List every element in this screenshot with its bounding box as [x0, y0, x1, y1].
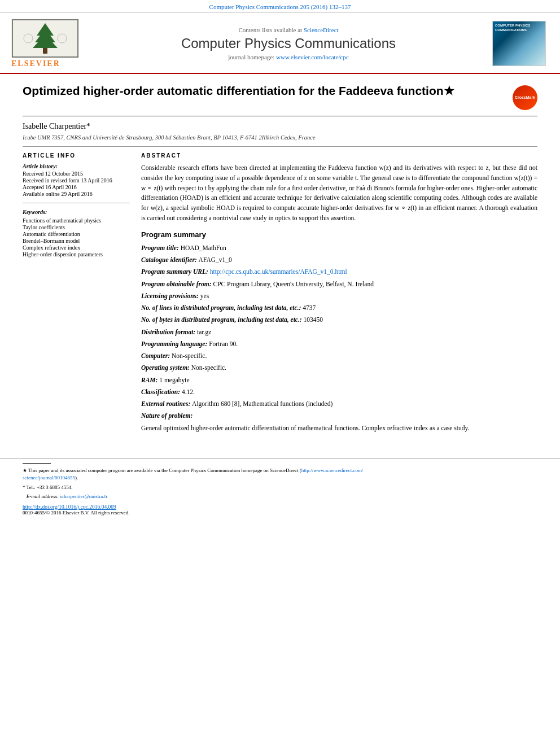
classification: Classification: 4.12. [141, 387, 537, 397]
num-bytes: No. of bytes in distributed program, inc… [141, 315, 537, 325]
operating-system-value: Non-specific. [191, 364, 226, 371]
program-url-label: Program summary URL: [141, 268, 210, 275]
programming-language: Programming language: Fortran 90. [141, 339, 537, 349]
elsevier-logo-area: ELSEVIER [11, 19, 85, 68]
catalogue-id-value: AFAG_v1_0 [199, 256, 232, 263]
journal-reference: Computer Physics Communications 205 (201… [209, 3, 351, 10]
page-wrapper: Computer Physics Communications 205 (201… [0, 0, 560, 747]
sciencedirect-footnote-link[interactable]: http://www.sciencedirect.com/science/jou… [23, 468, 364, 481]
program-title-label: Program title: [141, 244, 181, 251]
program-obtainable-value: CPC Program Library, Queen's University,… [213, 281, 374, 287]
list-item: Higher-order dispersion parameters [23, 251, 130, 257]
left-column: ARTICLE INFO Article history: Received 1… [23, 152, 130, 435]
operating-system-label: Operating system: [141, 364, 191, 371]
abstract-text: Considerable research efforts have been … [141, 163, 537, 224]
nature-description: General optimized higher-order automatic… [141, 423, 537, 433]
keywords-section: Keywords: Functions of mathematical phys… [23, 209, 130, 257]
accepted-date: Accepted 16 April 2016 [23, 184, 130, 190]
nature-of-problem: Nature of problem: [141, 411, 537, 421]
classification-label: Classification: [141, 388, 182, 395]
num-lines-label: No. of lines in distributed program, inc… [141, 304, 303, 311]
journal-cover-image: COMPUTER PHYSICS COMMUNICATIONS [492, 21, 546, 66]
science-direct-anchor[interactable]: ScienceDirect [304, 27, 339, 33]
footnote-area: ★ This paper and its associated computer… [0, 458, 560, 516]
copyright-text: 0010-4655/© 2016 Elsevier B.V. All right… [23, 510, 537, 516]
num-lines: No. of lines in distributed program, inc… [141, 303, 537, 313]
external-routines-label: External routines: [141, 400, 192, 407]
science-direct-link: Contents lists available at ScienceDirec… [90, 27, 487, 33]
computer: Computer: Non-specific. [141, 351, 537, 361]
classification-value: 4.12. [182, 388, 195, 395]
distribution-format-value: tar.gz [197, 329, 211, 335]
ram-label: RAM: [141, 377, 159, 383]
tel-footnote: * Tel.: +33 3 6885 4554. [23, 484, 537, 492]
article-title-area: Optimized higher-order automatic differe… [23, 83, 537, 116]
programming-language-value: Fortran 90. [209, 340, 238, 347]
nature-description-value: General optimized higher-order automatic… [141, 425, 469, 431]
email-link[interactable]: icharpentier@unistra.fr [60, 493, 107, 499]
received-date: Received 12 October 2015 [23, 171, 130, 177]
two-col-layout: ARTICLE INFO Article history: Received 1… [23, 152, 537, 435]
footnote-divider [23, 463, 51, 464]
program-summary-heading: Program summary [141, 230, 537, 239]
ram-value: 1 megabyte [159, 377, 189, 383]
list-item: Automatic differentiation [23, 231, 130, 237]
journal-cover: COMPUTER PHYSICS COMMUNICATIONS [492, 21, 549, 66]
list-item: Functions of mathematical physics [23, 217, 130, 224]
email-footnote: E-mail address: icharpentier@unistra.fr [23, 493, 537, 501]
licensing: Licensing provisions: yes [141, 291, 537, 301]
journal-title-area: Contents lists available at ScienceDirec… [90, 27, 487, 60]
catalogue-id-label: Catalogue identifier: [141, 256, 199, 263]
abstract-heading: ABSTRACT [141, 152, 537, 159]
external-routines: External routines: Algorithm 680 [8], Ma… [141, 399, 537, 409]
elsevier-tree-icon [11, 19, 79, 58]
licensing-value: yes [200, 292, 209, 299]
cover-text: COMPUTER PHYSICS COMMUNICATIONS [495, 24, 543, 33]
author-name: Isabelle Charpentier* [23, 122, 537, 131]
num-lines-value: 4737 [303, 304, 316, 311]
keywords-label: Keywords: [23, 209, 130, 215]
received-revised-date: Received in revised form 13 April 2016 [23, 177, 130, 184]
article-history: Article history: Received 12 October 201… [23, 163, 130, 197]
computer-label: Computer: [141, 352, 172, 359]
asterisk-symbol: * [23, 484, 27, 490]
list-item: Brendel–Bormann model [23, 238, 130, 244]
homepage-link-area: journal homepage: www.elsevier.com/locat… [90, 54, 487, 60]
program-title-value: HOAD_MathFun [181, 244, 226, 251]
star-symbol: ★ This paper and its associated computer… [23, 468, 364, 481]
right-column: ABSTRACT Considerable research efforts h… [141, 152, 537, 435]
article-divider [23, 146, 537, 147]
journal-header: ELSEVIER Contents lists available at Sci… [0, 13, 560, 74]
article-title: Optimized higher-order automatic differe… [23, 83, 507, 98]
catalogue-id: Catalogue identifier: AFAG_v1_0 [141, 255, 537, 265]
star-footnote: ★ This paper and its associated computer… [23, 467, 537, 482]
crossmark-icon: CrossMark [513, 85, 537, 110]
nature-of-problem-label: Nature of problem: [141, 412, 193, 419]
homepage-anchor[interactable]: www.elsevier.com/locate/cpc [276, 54, 349, 60]
keywords-list: Functions of mathematical physics Taylor… [23, 217, 130, 257]
program-url-link[interactable]: http://cpc.cs.qub.ac.uk/summaries/AFAG_v… [210, 268, 347, 275]
history-label: Article history: [23, 163, 130, 169]
distribution-format: Distribution format: tar.gz [141, 327, 537, 337]
list-item: Complex refractive index [23, 244, 130, 251]
num-bytes-value: 103450 [304, 316, 323, 323]
email-label: E-mail address: [27, 493, 60, 499]
distribution-format-label: Distribution format: [141, 329, 197, 335]
doi-link: http://dx.doi.org/10.1016/j.cpc.2016.04.… [23, 504, 537, 510]
doi-anchor[interactable]: http://dx.doi.org/10.1016/j.cpc.2016.04.… [23, 504, 116, 510]
keywords-divider [23, 203, 130, 203]
elsevier-wordmark: ELSEVIER [11, 59, 60, 68]
available-online-date: Available online 29 April 2016 [23, 191, 130, 197]
program-title: Program title: HOAD_MathFun [141, 243, 537, 253]
journal-title: Computer Physics Communications [90, 36, 487, 51]
programming-language-label: Programming language: [141, 340, 209, 347]
author-affiliation: Icube UMR 7357, CNRS and Université de S… [23, 134, 537, 141]
operating-system: Operating system: Non-specific. [141, 363, 537, 373]
program-url: Program summary URL: http://cpc.cs.qub.a… [141, 267, 537, 277]
ram: RAM: 1 megabyte [141, 375, 537, 385]
tel-text: Tel.: +33 3 6885 4554. [27, 484, 73, 490]
computer-value: Non-specific. [172, 352, 207, 359]
article-title-text: Optimized higher-order automatic differe… [23, 83, 507, 98]
program-obtainable-label: Program obtainable from: [141, 281, 213, 287]
article-content: Optimized higher-order automatic differe… [0, 74, 560, 447]
